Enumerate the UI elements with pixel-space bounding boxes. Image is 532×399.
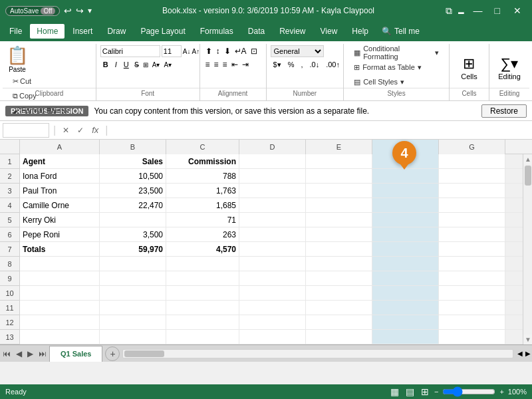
currency-button[interactable]: $▾ [271,59,284,70]
cell-a6[interactable]: Pepe Roni [20,227,100,241]
cell-g1[interactable] [439,154,505,168]
cell-a11[interactable] [20,301,100,315]
cell-e6[interactable] [306,227,372,241]
cell-g10[interactable] [439,286,505,300]
indent-decrease-button[interactable]: ⇤ [230,59,239,70]
cell-a10[interactable] [20,286,100,300]
cell-f9[interactable] [372,271,439,285]
row-num-10[interactable]: 10 [0,286,19,301]
cell-d12[interactable] [239,315,306,329]
cell-a9[interactable] [20,271,100,285]
cell-d4[interactable] [239,198,306,212]
cell-d1[interactable] [239,154,306,168]
cell-a2[interactable]: Iona Ford [20,169,100,183]
format-painter-button[interactable]: 🖌 Format Painter [9,104,73,117]
merge-button[interactable]: ⊡ [249,45,259,57]
cell-d5[interactable] [239,213,306,227]
row-num-1[interactable]: 1 [0,154,19,169]
cell-g8[interactable] [439,257,505,271]
cell-f6[interactable] [372,227,439,241]
cell-c12[interactable] [166,315,239,329]
cell-g11[interactable] [439,301,505,315]
cell-g4[interactable] [439,198,505,212]
horizontal-scrollbar[interactable] [122,349,513,358]
border-button[interactable]: ⊞ [142,61,150,68]
sheet-nav-right[interactable]: ▶ [25,349,36,358]
col-header-a[interactable]: A [20,140,100,154]
cell-a12[interactable] [20,315,100,329]
cell-a13[interactable] [20,330,100,344]
cell-c1[interactable]: Commission [166,154,239,168]
row-num-2[interactable]: 2 [0,169,19,184]
cell-c13[interactable] [166,330,239,344]
cell-b6[interactable]: 3,500 [100,227,166,241]
cell-c2[interactable]: 788 [166,169,239,183]
scrollbar-thumb[interactable] [525,166,531,186]
cell-a1[interactable]: Agent [20,154,100,168]
row-num-11[interactable]: 11 [0,301,19,315]
menu-draw[interactable]: Draw [100,24,132,39]
col-header-e[interactable]: E [306,140,372,154]
cell-b2[interactable]: 10,500 [100,169,166,183]
vertical-scrollbar[interactable]: ▲ ▼ [523,154,532,344]
indent-increase-button[interactable]: ⇥ [241,59,250,70]
restore-button[interactable]: Restore [481,104,527,118]
decrease-decimal-button[interactable]: .0↓ [307,59,322,70]
font-size-input[interactable] [162,45,182,57]
cell-g5[interactable] [439,213,505,227]
cell-e3[interactable] [306,184,372,198]
cell-e8[interactable] [306,257,372,271]
row-num-9[interactable]: 9 [0,271,19,286]
cell-f11[interactable] [372,301,439,315]
cell-c3[interactable]: 1,763 [166,184,239,198]
fill-color-button[interactable]: A▾ [151,61,162,68]
ribbon-display-icon[interactable]: ⧉ [446,5,452,17]
menu-help[interactable]: Help [345,24,375,39]
name-box[interactable] [3,123,49,138]
cell-f4[interactable] [372,198,439,212]
italic-button[interactable]: I [112,59,120,70]
zoom-out-button[interactable]: − [434,388,438,396]
cell-b11[interactable] [100,301,166,315]
cell-f10[interactable] [372,286,439,300]
cell-c11[interactable] [166,301,239,315]
cell-a7[interactable]: Totals [20,242,100,256]
cell-g3[interactable] [439,184,505,198]
page-layout-button[interactable]: ▤ [404,386,416,397]
minimize-icon[interactable]: 🗕 [456,5,466,16]
sheet-nav-left[interactable]: ◀ [13,349,25,358]
cell-g6[interactable] [439,227,505,241]
cell-d2[interactable] [239,169,306,183]
cell-c8[interactable] [166,257,239,271]
maximize-button[interactable]: □ [491,4,504,17]
wrap-text-button[interactable]: ↵A [233,45,248,57]
cell-d3[interactable] [239,184,306,198]
align-top-button[interactable]: ⬆ [204,45,213,57]
cell-c9[interactable] [166,271,239,285]
fx-button[interactable]: fx [89,124,101,136]
cell-b5[interactable] [100,213,166,227]
row-num-5[interactable]: 5 [0,213,19,227]
row-num-6[interactable]: 6 [0,227,19,242]
cell-c6[interactable]: 263 [166,227,239,241]
number-format-select[interactable]: General Number Currency Accounting Short… [271,45,324,57]
sheet-nav-right-right[interactable]: ⏭ [36,349,49,358]
comma-button[interactable]: , [298,59,305,70]
cell-b7[interactable]: 59,970 [100,242,166,256]
cell-c7[interactable]: 4,570 [166,242,239,256]
sheet-tab-q1sales[interactable]: Q1 Sales [49,346,102,362]
cell-d8[interactable] [239,257,306,271]
col-header-d[interactable]: D [239,140,306,154]
cell-a8[interactable] [20,257,100,271]
cell-styles-button[interactable]: ▤ Cell Styles ▾ [348,74,410,89]
font-size-up[interactable]: A↑ [192,48,200,55]
align-middle-button[interactable]: ↕ [215,45,221,57]
cell-f8[interactable] [372,257,439,271]
minimize-button[interactable]: — [469,4,487,17]
undo-icon[interactable]: ↩ [64,5,72,16]
menu-insert[interactable]: Insert [66,24,99,39]
row-num-7[interactable]: 7 [0,242,19,257]
row-num-4[interactable]: 4 [0,198,19,213]
col-header-g[interactable]: G [439,140,505,154]
menu-page-layout[interactable]: Page Layout [134,24,192,39]
